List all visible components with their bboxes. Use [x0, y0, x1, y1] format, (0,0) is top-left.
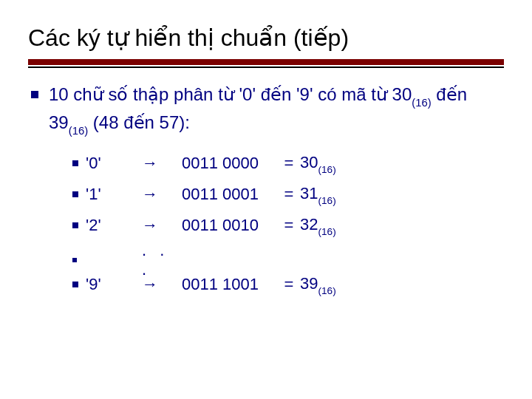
square-bullet-icon: [31, 91, 38, 98]
title-underline: [28, 59, 504, 68]
lead-sub2: (16): [69, 125, 88, 137]
lead-suffix: (48 đến 57):: [88, 112, 190, 132]
ellipsis-row: . . .: [72, 241, 504, 269]
binary-value: 0011 0001: [182, 185, 278, 204]
char-literal: '1': [86, 185, 142, 204]
square-bullet-icon: [72, 258, 86, 262]
equals-sign: =: [278, 275, 300, 294]
hex-number: 31: [300, 184, 318, 202]
char-literal: '0': [86, 154, 142, 173]
binary-value: 0011 1001: [182, 275, 278, 294]
equals-sign: =: [278, 185, 300, 204]
lead-sub1: (16): [412, 97, 431, 109]
table-row: '0' → 0011 0000 = 30(16): [72, 148, 504, 179]
char-literal: '2': [86, 216, 142, 235]
square-bullet-icon: [72, 282, 86, 287]
equals-sign: =: [278, 154, 300, 173]
binary-value: 0011 0010: [182, 216, 278, 235]
hex-number: 30: [300, 153, 318, 171]
hex-value: 32(16): [300, 215, 347, 236]
square-bullet-icon: [72, 191, 86, 197]
lead-bullet-row: 10 chữ số thập phân từ '0' đến '9' có mã…: [28, 81, 504, 137]
hex-value: 39(16): [300, 274, 347, 295]
arrow-icon: →: [142, 275, 182, 294]
square-bullet-icon: [72, 222, 86, 228]
square-bullet-icon: [72, 160, 86, 166]
hex-subscript: (16): [318, 164, 335, 175]
arrow-icon: →: [142, 216, 182, 235]
lead-text: 10 chữ số thập phân từ '0' đến '9' có mã…: [49, 81, 504, 137]
table-row: '9' → 0011 1001 = 39(16): [72, 269, 504, 300]
content-area: 10 chữ số thập phân từ '0' đến '9' có mã…: [28, 81, 504, 300]
hex-subscript: (16): [318, 195, 335, 206]
binary-value: 0011 0000: [182, 154, 278, 173]
slide: Các ký tự hiển thị chuẩn (tiếp) 10 chữ s…: [0, 0, 532, 300]
underline-red: [28, 59, 504, 65]
table-row: '1' → 0011 0001 = 31(16): [72, 179, 504, 210]
hex-value: 31(16): [300, 184, 347, 205]
arrow-icon: →: [142, 185, 182, 204]
char-literal: '9': [86, 275, 142, 294]
mapping-table: '0' → 0011 0000 = 30(16) '1' → 0011 0001…: [28, 148, 504, 300]
equals-sign: =: [278, 216, 300, 235]
slide-title: Các ký tự hiển thị chuẩn (tiếp): [28, 24, 504, 58]
hex-value: 30(16): [300, 153, 347, 174]
hex-number: 39: [300, 274, 318, 293]
hex-subscript: (16): [318, 226, 335, 237]
table-row: '2' → 0011 0010 = 32(16): [72, 210, 504, 241]
underline-thin: [28, 66, 504, 68]
lead-prefix: 10 chữ số thập phân từ '0' đến '9' có mã…: [49, 84, 412, 104]
ellipsis: . . .: [142, 241, 182, 279]
hex-number: 32: [300, 215, 318, 233]
arrow-icon: →: [142, 154, 182, 173]
hex-subscript: (16): [318, 285, 335, 296]
